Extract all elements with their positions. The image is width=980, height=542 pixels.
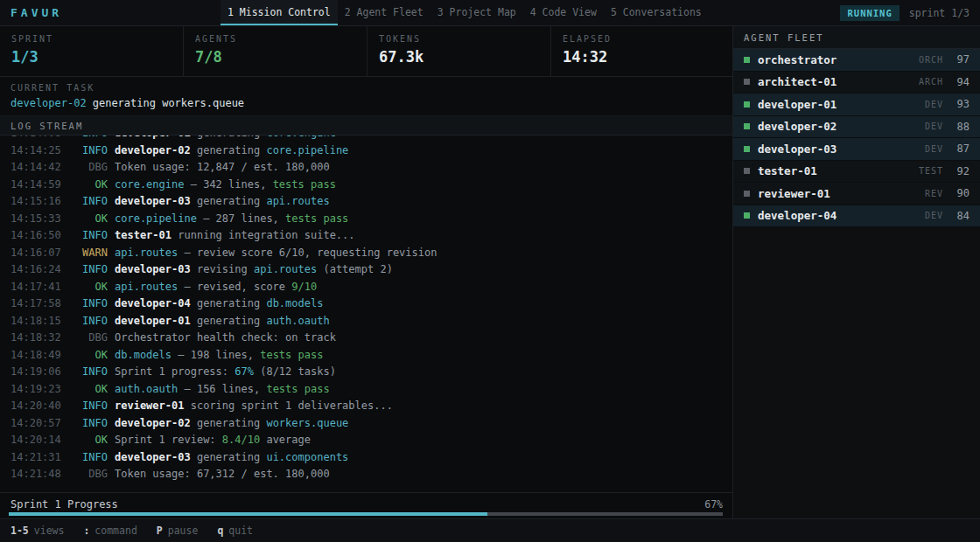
log-level: INFO <box>61 227 108 245</box>
agent-row-tester-01[interactable]: tester-01TEST92 <box>733 161 980 184</box>
log-message: reviewer-01 scoring sprint 1 deliverable… <box>115 398 393 415</box>
log-row: 14:14:25INFOdeveloper-02 generating core… <box>10 142 732 160</box>
log-segment: api.routes <box>266 195 329 207</box>
log-timestamp: 14:21:48 <box>10 466 61 483</box>
agent-role: DEV <box>925 122 943 131</box>
sprint-progress-panel: Sprint 1 Progress 67% <box>0 492 732 518</box>
log-timestamp: 14:20:14 <box>10 432 61 449</box>
log-segment: — 287 lines, <box>197 212 285 225</box>
log-level: INFO <box>61 364 108 381</box>
stat-label: AGENTS <box>195 34 367 44</box>
log-segment: tester-01 <box>115 229 172 241</box>
hint-label: pause <box>168 525 199 537</box>
agent-score: 97 <box>950 53 970 66</box>
log-level: INFO <box>61 415 108 433</box>
log-segment: developer-04 <box>115 297 191 309</box>
log-message: developer-02 generating workers.queue <box>115 415 348 433</box>
log-timestamp: 14:16:50 <box>10 227 61 245</box>
log-timestamp: 14:14:59 <box>10 177 61 194</box>
agent-role: TEST <box>919 166 943 176</box>
log-message: developer-04 generating db.models <box>115 295 323 313</box>
agent-row-developer-04[interactable]: developer-04DEV84 <box>733 205 980 228</box>
log-segment: generating <box>191 417 267 429</box>
log-row: 14:21:48DBGToken usage: 67,312 / est. 18… <box>10 466 732 483</box>
log-message: Sprint 1 progress: 67% (8/12 tasks) <box>115 364 336 381</box>
log-segment: reviewer-01 <box>115 400 184 412</box>
hint-key: : <box>83 525 89 537</box>
top-status: RUNNING sprint 1/3 <box>840 5 970 21</box>
app-title: FAVUR <box>10 6 62 19</box>
log-segment: api.routes <box>254 263 317 275</box>
log-row: 14:20:14OKSprint 1 review: 8.4/10 averag… <box>10 432 732 449</box>
agent-status-icon <box>744 168 750 174</box>
agent-role: DEV <box>925 144 943 154</box>
progress-bar-fill <box>9 512 487 516</box>
sprint-indicator: sprint 1/3 <box>909 7 970 19</box>
log-level: INFO <box>61 398 108 415</box>
agent-row-developer-01[interactable]: developer-01DEV93 <box>733 94 980 116</box>
log-stream-body[interactable]: 14:14:08INFOdeveloper-01 generating core… <box>0 136 732 492</box>
log-segment: Sprint 1 review: <box>115 434 222 446</box>
log-segment: scoring sprint 1 deliverables... <box>184 400 392 412</box>
log-segment: generating <box>191 315 267 327</box>
log-segment: running integration suite... <box>172 229 355 241</box>
agent-row-orchestrator[interactable]: orchestratorORCH97 <box>733 49 980 72</box>
log-row: 14:15:16INFOdeveloper-03 generating api.… <box>10 193 732 211</box>
agent-row-architect-01[interactable]: architect-01ARCH94 <box>733 72 980 94</box>
agent-fleet-sidebar: AGENT FLEET orchestratorORCH97architect-… <box>733 26 980 518</box>
log-row: 14:16:50INFOtester-01 running integratio… <box>10 227 732 245</box>
agent-row-developer-02[interactable]: developer-02DEV88 <box>733 116 980 139</box>
log-message: developer-03 generating api.routes <box>115 193 330 211</box>
log-message: developer-03 generating ui.components <box>115 449 348 467</box>
log-stream-title: LOG STREAM <box>10 121 83 131</box>
log-level: OK <box>61 279 108 296</box>
tab-mission-control[interactable]: 1 Mission Control <box>220 0 338 25</box>
mission-control-app: FAVUR 1 Mission Control2 Agent Fleet3 Pr… <box>0 0 980 542</box>
agent-fleet-title: AGENT FLEET <box>744 32 824 43</box>
agent-row-developer-03[interactable]: developer-03DEV87 <box>733 138 980 161</box>
log-level: INFO <box>61 295 108 313</box>
log-segment: Token usage: 67,312 / est. 180,000 <box>115 468 330 480</box>
log-segment: db.models <box>266 297 323 309</box>
log-segment: tests pass <box>285 212 348 225</box>
tab-agent-fleet[interactable]: 2 Agent Fleet <box>338 0 430 25</box>
agent-row-reviewer-01[interactable]: reviewer-01REV90 <box>733 183 980 205</box>
agent-score: 87 <box>950 142 970 155</box>
current-task-label: CURRENT TASK <box>10 83 732 93</box>
agent-score: 94 <box>950 76 970 88</box>
tab-conversations[interactable]: 5 Conversations <box>604 0 709 25</box>
log-row: 14:18:15INFOdeveloper-01 generating auth… <box>10 313 732 330</box>
current-task-panel: CURRENT TASK developer-02generating work… <box>0 77 732 116</box>
agent-status-icon <box>744 123 750 129</box>
log-segment: average <box>260 434 311 446</box>
log-segment: revising <box>191 263 254 275</box>
log-row: 14:20:57INFOdeveloper-02 generating work… <box>10 415 732 433</box>
log-segment: 9/10 <box>291 281 317 293</box>
agent-status-icon <box>744 101 750 108</box>
log-segment: generating <box>191 136 267 139</box>
log-timestamp: 14:16:24 <box>10 261 61 279</box>
log-row: 14:21:31INFOdeveloper-03 generating ui.c… <box>10 449 732 467</box>
tab-project-map[interactable]: 3 Project Map <box>430 0 523 25</box>
log-timestamp: 14:15:33 <box>10 211 61 228</box>
log-message: tester-01 running integration suite... <box>115 227 355 245</box>
current-task-agent: developer-02 <box>10 97 87 109</box>
log-segment: core.engine <box>266 136 335 139</box>
log-timestamp: 14:18:49 <box>10 347 61 365</box>
log-level: INFO <box>61 136 108 142</box>
log-level: DBG <box>61 466 108 483</box>
stat-value: 1/3 <box>11 48 183 66</box>
agent-name: developer-01 <box>758 98 836 111</box>
log-row: 14:14:59OKcore.engine — 342 lines, tests… <box>10 177 732 194</box>
log-row: 14:18:32DBGOrchestrator health check: on… <box>10 330 732 347</box>
log-row: 14:18:49OKdb.models — 198 lines, tests p… <box>10 347 732 365</box>
agent-role: DEV <box>925 100 943 109</box>
agent-name: developer-02 <box>758 120 836 133</box>
log-segment: auth.oauth <box>115 383 178 395</box>
hint-label: views <box>34 525 65 537</box>
log-row: 14:14:42DBGToken usage: 12,847 / est. 18… <box>10 159 732 177</box>
tab-code-view[interactable]: 4 Code View <box>523 0 604 25</box>
log-segment: db.models <box>115 349 172 361</box>
log-segment: developer-01 <box>115 136 191 139</box>
log-timestamp: 14:18:15 <box>10 313 61 330</box>
